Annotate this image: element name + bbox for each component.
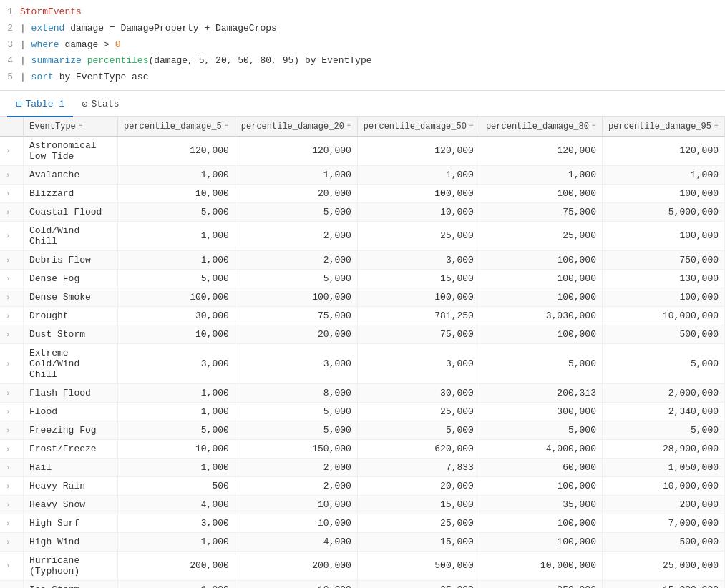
col-header-percentile_damage_80[interactable]: percentile_damage_80≡	[480, 117, 602, 137]
tab-label-stats: Stats	[91, 99, 119, 109]
table-row[interactable]: ›Extreme Cold/Wind Chill3,0003,0003,0005…	[0, 343, 725, 383]
sort-icon: ≡	[592, 122, 596, 130]
row-expand[interactable]: ›	[0, 184, 24, 202]
cell-event-type: Extreme Cold/Wind Chill	[24, 343, 118, 383]
table-row[interactable]: ›High Wind1,0004,00015,000100,000500,000	[0, 532, 725, 551]
line-code: | where damage > 0	[20, 38, 725, 53]
row-expand[interactable]: ›	[0, 306, 24, 325]
col-header-EventType[interactable]: EventType≡	[24, 117, 118, 137]
row-expand[interactable]: ›	[0, 343, 24, 383]
cell-event-type: Debris Flow	[24, 250, 118, 269]
row-expand[interactable]: ›	[0, 551, 24, 580]
cell-numeric-3: 200,313	[480, 383, 602, 402]
event-type-value: Hurricane (Typhoon)	[29, 555, 112, 577]
cell-numeric-1: 100,000	[235, 288, 357, 306]
cell-numeric-4: 500,000	[602, 325, 724, 343]
cell-numeric-2: 15,000	[357, 532, 480, 551]
row-expand[interactable]: ›	[0, 325, 24, 343]
table-container[interactable]: EventType≡percentile_damage_5≡percentile…	[0, 117, 725, 588]
row-expand[interactable]: ›	[0, 402, 24, 421]
line-code: | extend damage = DamageProperty + Damag…	[20, 21, 725, 36]
cell-event-type: Dust Storm	[24, 325, 118, 343]
table-row[interactable]: ›Heavy Snow4,00010,00015,00035,000200,00…	[0, 495, 725, 514]
row-expand[interactable]: ›	[0, 514, 24, 532]
cell-numeric-1: 5,000	[235, 402, 357, 421]
table-row[interactable]: ›Heavy Rain5002,00020,000100,00010,000,0…	[0, 476, 725, 495]
table-row[interactable]: ›Astronomical Low Tide120,000120,000120,…	[0, 136, 725, 165]
line-code: StormEvents	[20, 5, 725, 20]
row-expand[interactable]: ›	[0, 580, 24, 588]
cell-numeric-1: 10,000	[235, 495, 357, 514]
row-expand[interactable]: ›	[0, 136, 24, 165]
row-expand[interactable]: ›	[0, 269, 24, 288]
row-expand[interactable]: ›	[0, 288, 24, 306]
row-expand[interactable]: ›	[0, 476, 24, 495]
code-token: percentiles	[87, 55, 149, 66]
tab-table1[interactable]: ⊞Table 1	[7, 94, 73, 117]
table-row[interactable]: ›Dense Smoke100,000100,000100,000100,000…	[0, 288, 725, 306]
row-expand[interactable]: ›	[0, 165, 24, 184]
row-expand[interactable]: ›	[0, 250, 24, 269]
cell-numeric-0: 1,000	[117, 532, 235, 551]
code-token: |	[20, 72, 31, 82]
table-row[interactable]: ›Coastal Flood5,0005,00010,00075,0005,00…	[0, 202, 725, 221]
cell-numeric-2: 25,000	[357, 402, 480, 421]
cell-numeric-0: 5,000	[117, 421, 235, 439]
sort-icon: ≡	[714, 122, 719, 130]
row-expand[interactable]: ›	[0, 495, 24, 514]
table-row[interactable]: ›Dense Fog5,0005,00015,000100,000130,000	[0, 269, 725, 288]
row-expand[interactable]: ›	[0, 202, 24, 221]
cell-numeric-3: 120,000	[480, 136, 602, 165]
cell-numeric-2: 25,000	[357, 580, 480, 588]
row-expand[interactable]: ›	[0, 458, 24, 476]
table-row[interactable]: ›Debris Flow1,0002,0003,000100,000750,00…	[0, 250, 725, 269]
cell-numeric-3: 100,000	[480, 250, 602, 269]
cell-numeric-4: 100,000	[602, 221, 724, 250]
cell-numeric-3: 75,000	[480, 202, 602, 221]
row-expand[interactable]: ›	[0, 221, 24, 250]
cell-numeric-2: 100,000	[357, 288, 480, 306]
cell-event-type: Ice Storm	[24, 580, 118, 588]
row-expand[interactable]: ›	[0, 532, 24, 551]
table-row[interactable]: ›Blizzard10,00020,000100,000100,000100,0…	[0, 184, 725, 202]
table-row[interactable]: ›Cold/Wind Chill1,0002,00025,00025,00010…	[0, 221, 725, 250]
cell-numeric-0: 500	[117, 476, 235, 495]
col-header-percentile_damage_5[interactable]: percentile_damage_5≡	[117, 117, 235, 137]
cell-numeric-4: 130,000	[602, 269, 724, 288]
table-row[interactable]: ›Freezing Fog5,0005,0005,0005,0005,000	[0, 421, 725, 439]
table-row[interactable]: ›Ice Storm1,00010,00025,000250,00015,000…	[0, 580, 725, 588]
event-type-value: Extreme Cold/Wind Chill	[29, 348, 112, 380]
cell-numeric-0: 30,000	[117, 306, 235, 325]
col-header-percentile_damage_50[interactable]: percentile_damage_50≡	[357, 117, 480, 137]
table-row[interactable]: ›Flash Flood1,0008,00030,000200,3132,000…	[0, 383, 725, 402]
table-row[interactable]: ›Hail1,0002,0007,83360,0001,050,000	[0, 458, 725, 476]
event-type-value: Drought	[29, 310, 69, 321]
table-row[interactable]: ›Avalanche1,0001,0001,0001,0001,000	[0, 165, 725, 184]
table-row[interactable]: ›Hurricane (Typhoon)200,000200,000500,00…	[0, 551, 725, 580]
cell-event-type: Blizzard	[24, 184, 118, 202]
cell-numeric-3: 100,000	[480, 184, 602, 202]
table-row[interactable]: ›Dust Storm10,00020,00075,000100,000500,…	[0, 325, 725, 343]
code-line-5: 5| sort by EventType asc	[0, 69, 725, 86]
code-token: 0	[115, 39, 121, 50]
row-expand[interactable]: ›	[0, 383, 24, 402]
cell-numeric-1: 2,000	[235, 476, 357, 495]
row-expand[interactable]: ›	[0, 421, 24, 439]
table-row[interactable]: ›Drought30,00075,000781,2503,030,00010,0…	[0, 306, 725, 325]
table-row[interactable]: ›High Surf3,00010,00025,000100,0007,000,…	[0, 514, 725, 532]
col-header-percentile_damage_95[interactable]: percentile_damage_95≡	[602, 117, 724, 137]
cell-numeric-3: 25,000	[480, 221, 602, 250]
cell-numeric-2: 781,250	[357, 306, 480, 325]
cell-numeric-1: 5,000	[235, 202, 357, 221]
cell-numeric-0: 10,000	[117, 184, 235, 202]
table-row[interactable]: ›Frost/Freeze10,000150,000620,0004,000,0…	[0, 439, 725, 458]
tab-stats[interactable]: ⊙Stats	[73, 94, 127, 117]
code-line-2: 2| extend damage = DamageProperty + Dama…	[0, 21, 725, 37]
expand-icon: ›	[6, 275, 14, 283]
cell-numeric-0: 1,000	[117, 458, 235, 476]
col-label: percentile_damage_20	[241, 122, 344, 132]
row-expand[interactable]: ›	[0, 439, 24, 458]
cell-numeric-0: 3,000	[117, 343, 235, 383]
col-header-percentile_damage_20[interactable]: percentile_damage_20≡	[235, 117, 357, 137]
table-row[interactable]: ›Flood1,0005,00025,000300,0002,340,000	[0, 402, 725, 421]
